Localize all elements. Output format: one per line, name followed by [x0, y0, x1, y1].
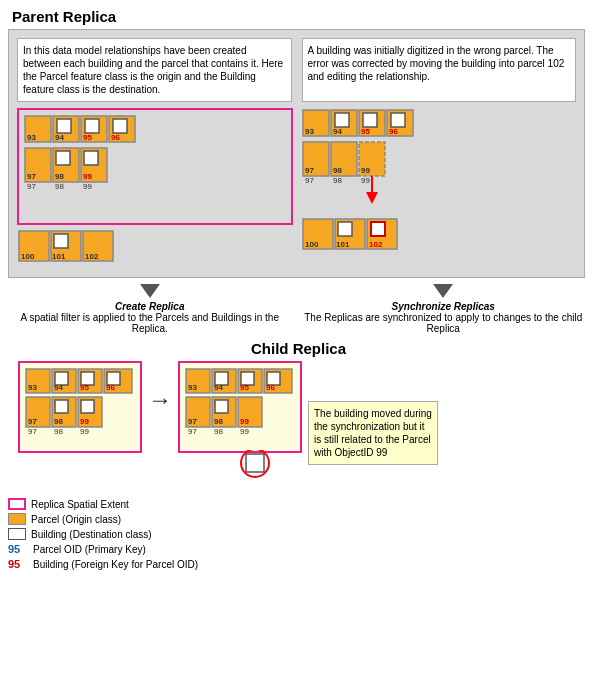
svg-text:96: 96: [266, 383, 275, 392]
right-diagram-col: 93 94 95 96 97 98: [301, 108, 577, 257]
legend-parcel-oid-label: Parcel OID (Primary Key): [33, 544, 146, 555]
svg-text:102: 102: [85, 252, 99, 261]
svg-text:94: 94: [333, 127, 342, 136]
svg-text:94: 94: [214, 383, 223, 392]
legend-items: Replica Spatial Extent Parcel (Origin cl…: [8, 498, 198, 570]
create-replica-title: Create Replica: [8, 301, 292, 312]
right-arrow-icon: →: [148, 386, 172, 414]
svg-text:95: 95: [361, 127, 370, 136]
create-replica-block: Create Replica A spatial filter is appli…: [8, 284, 292, 334]
pink-border-left: 93 94 95 96: [17, 108, 293, 225]
svg-text:98: 98: [214, 427, 223, 436]
svg-text:98: 98: [333, 166, 342, 175]
sync-replica-block: Synchronize Replicas The Replicas are sy…: [302, 284, 586, 334]
svg-text:96: 96: [111, 133, 120, 142]
svg-text:100: 100: [305, 240, 319, 249]
legend-pink-box-icon: [8, 498, 26, 510]
svg-rect-3: [57, 119, 71, 133]
svg-text:96: 96: [389, 127, 398, 136]
moved-building-area: [238, 450, 302, 488]
svg-rect-38: [391, 113, 405, 127]
legend-white-box-icon: [8, 528, 26, 540]
legend-area: Replica Spatial Extent Parcel (Origin cl…: [8, 498, 585, 570]
svg-text:95: 95: [240, 383, 249, 392]
legend-parcel-oid: 95 Parcel OID (Primary Key): [8, 543, 198, 555]
svg-text:100: 100: [21, 252, 35, 261]
svg-text:99: 99: [80, 417, 89, 426]
svg-text:95: 95: [80, 383, 89, 392]
svg-text:97: 97: [188, 427, 197, 436]
svg-rect-56: [371, 222, 385, 236]
child-left-svg: 93 94 95 96 97 98: [24, 367, 136, 447]
main-container: Parent Replica In this data model relati…: [0, 0, 593, 578]
info-box-right: A building was initially digitized in th…: [302, 38, 577, 102]
legend-parcel: Parcel (Origin class): [8, 513, 198, 525]
svg-text:101: 101: [336, 240, 350, 249]
svg-rect-32: [335, 113, 349, 127]
legend-building-fk-num: 95: [8, 558, 28, 570]
svg-rect-75: [81, 400, 94, 413]
child-pink-border: 93 94 95 96 97 98: [18, 361, 142, 453]
child-replica-title: Child Replica: [12, 340, 585, 357]
sync-replica-label-block: Synchronize Replicas The Replicas are sy…: [302, 301, 586, 334]
svg-rect-9: [113, 119, 127, 133]
info-box-left: In this data model relationships have be…: [17, 38, 292, 102]
svg-text:98: 98: [55, 182, 64, 191]
svg-text:93: 93: [27, 133, 36, 142]
arrow-down-right: [433, 284, 453, 298]
svg-rect-53: [338, 222, 352, 236]
svg-text:99: 99: [80, 427, 89, 436]
svg-text:97: 97: [188, 417, 197, 426]
child-note-box: The building moved during the synchroniz…: [308, 401, 438, 465]
legend-building: Building (Destination class): [8, 528, 198, 540]
svg-text:97: 97: [27, 182, 36, 191]
legend-orange-box-icon: [8, 513, 26, 525]
child-right-pink-border: 93 94 95 96 97 98: [178, 361, 302, 453]
create-replica-label-block: Create Replica A spatial filter is appli…: [8, 301, 292, 334]
svg-text:101: 101: [52, 252, 66, 261]
svg-text:98: 98: [54, 417, 63, 426]
svg-text:94: 94: [55, 133, 64, 142]
right-parcel-svg: 93 94 95 96 97 98: [301, 108, 416, 213]
legend-building-fk-label: Building (Foreign Key for Parcel OID): [33, 559, 198, 570]
svg-rect-14: [56, 151, 70, 165]
svg-text:94: 94: [54, 383, 63, 392]
parent-replica-box: In this data model relationships have be…: [8, 29, 585, 278]
svg-text:97: 97: [305, 176, 314, 185]
child-right-svg: 93 94 95 96 97 98: [184, 367, 296, 447]
svg-rect-72: [55, 400, 68, 413]
parent-diagrams: 93 94 95 96: [17, 108, 576, 269]
legend-building-fk: 95 Building (Foreign Key for Parcel OID): [8, 558, 198, 570]
child-replica-area: 93 94 95 96 97 98: [18, 361, 585, 488]
sync-replica-desc: The Replicas are synchronized to apply t…: [302, 312, 586, 334]
svg-text:98: 98: [333, 176, 342, 185]
svg-rect-35: [363, 113, 377, 127]
svg-text:98: 98: [55, 172, 64, 181]
create-replica-desc: A spatial filter is applied to the Parce…: [8, 312, 292, 334]
legend-parcel-oid-num: 95: [8, 543, 28, 555]
child-right-diagram: 93 94 95 96 97 98: [178, 361, 302, 488]
legend-spatial-extent: Replica Spatial Extent: [8, 498, 198, 510]
svg-rect-17: [84, 151, 98, 165]
svg-rect-94: [215, 400, 228, 413]
right-parcel-row2: 100 101 102: [301, 217, 416, 257]
svg-text:96: 96: [106, 383, 115, 392]
arrows-section: Create Replica A spatial filter is appli…: [8, 284, 585, 334]
moved-building-svg: [238, 450, 278, 486]
parent-replica-title: Parent Replica: [12, 8, 585, 25]
svg-text:97: 97: [305, 166, 314, 175]
parent-top-row: In this data model relationships have be…: [17, 38, 576, 102]
svg-text:98: 98: [214, 417, 223, 426]
legend-building-label: Building (Destination class): [31, 529, 152, 540]
left-diagram-col: 93 94 95 96: [17, 108, 293, 269]
svg-text:99: 99: [83, 182, 92, 191]
svg-text:99: 99: [361, 176, 370, 185]
svg-text:99: 99: [83, 172, 92, 181]
child-left-diagram: 93 94 95 96 97 98: [18, 361, 142, 455]
svg-text:98: 98: [54, 427, 63, 436]
svg-rect-6: [85, 119, 99, 133]
left-parcel-svg: 93 94 95 96: [23, 114, 138, 219]
svg-text:95: 95: [83, 133, 92, 142]
svg-text:97: 97: [28, 417, 37, 426]
svg-text:99: 99: [240, 417, 249, 426]
